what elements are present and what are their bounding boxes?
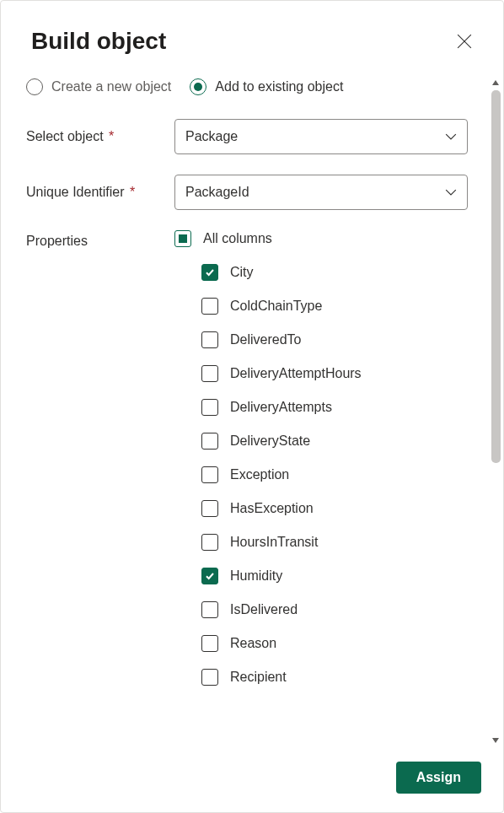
checkbox-row[interactable]: DeliveryState (201, 433, 468, 450)
checkbox-row[interactable]: DeliveryAttemptHours (201, 365, 468, 382)
checkbox-icon (201, 264, 218, 281)
checkbox-row[interactable]: IsDelivered (201, 601, 468, 618)
checkbox-icon (201, 534, 218, 551)
checkbox-row[interactable]: Reason (201, 635, 468, 652)
properties-list: All columns CityColdChainTypeDeliveredTo… (174, 230, 468, 703)
chevron-down-icon (445, 186, 457, 198)
checkbox-label: Exception (230, 467, 289, 482)
checkbox-label: IsDelivered (230, 602, 298, 617)
chevron-down-icon (445, 131, 457, 143)
mode-radio-group: Create a new object Add to existing obje… (26, 75, 468, 95)
select-object-row: Select object * Package (26, 119, 468, 154)
panel-body: Create a new object Add to existing obje… (1, 75, 503, 748)
checkbox-icon (201, 399, 218, 416)
triangle-down-icon (491, 736, 500, 745)
checkbox-icon (174, 230, 191, 247)
radio-icon (26, 78, 43, 95)
checkbox-label: Reason (230, 636, 276, 651)
panel-title: Build object (31, 28, 166, 55)
checkbox-row[interactable]: DeliveredTo (201, 331, 468, 348)
checkbox-icon (201, 466, 218, 483)
close-button[interactable] (453, 30, 476, 53)
svg-marker-2 (492, 80, 499, 85)
select-object-label: Select object * (26, 129, 174, 144)
checkbox-icon (201, 669, 218, 686)
scrollbar[interactable] (488, 75, 503, 748)
unique-identifier-row: Unique Identifier * PackageId (26, 175, 468, 210)
checkbox-row[interactable]: HasException (201, 500, 468, 517)
radio-icon (190, 78, 206, 95)
checkbox-row[interactable]: ColdChainType (201, 298, 468, 315)
radio-label: Add to existing object (215, 79, 343, 94)
checkbox-label: HasException (230, 501, 314, 516)
dropdown-value: PackageId (185, 185, 249, 200)
checkbox-icon (201, 568, 218, 584)
checkbox-label: DeliveryState (230, 433, 310, 449)
checkbox-row[interactable]: City (201, 264, 468, 281)
svg-marker-3 (492, 738, 499, 743)
select-object-dropdown[interactable]: Package (174, 119, 468, 154)
checkbox-label: Humidity (230, 568, 282, 584)
checkbox-label: DeliveredTo (230, 332, 301, 347)
scroll-thumb[interactable] (491, 90, 501, 463)
unique-identifier-label: Unique Identifier * (26, 185, 174, 200)
checkbox-icon (201, 365, 218, 382)
scroll-track[interactable] (488, 90, 503, 733)
scroll-down-button[interactable] (488, 733, 503, 748)
properties-label: Properties (26, 230, 174, 249)
radio-add-existing[interactable]: Add to existing object (190, 78, 343, 95)
checkbox-label: HoursInTransit (230, 535, 318, 550)
assign-button[interactable]: Assign (396, 762, 481, 794)
checkbox-icon (201, 331, 218, 348)
triangle-up-icon (491, 78, 500, 87)
checkbox-label: All columns (203, 231, 272, 246)
radio-label: Create a new object (51, 79, 171, 94)
checkbox-label: Recipient (230, 670, 287, 685)
panel-footer: Assign (1, 748, 503, 812)
checkbox-label: DeliveryAttempts (230, 400, 332, 415)
radio-create-new[interactable]: Create a new object (26, 78, 171, 95)
close-icon (457, 34, 472, 49)
panel-header: Build object (1, 1, 503, 75)
checkbox-row[interactable]: DeliveryAttempts (201, 399, 468, 416)
dropdown-value: Package (185, 129, 238, 144)
checkbox-icon (201, 635, 218, 652)
checkbox-icon (201, 601, 218, 618)
properties-section: Properties All columns CityColdChainType… (26, 230, 468, 703)
checkbox-row-all-columns[interactable]: All columns (174, 230, 468, 247)
build-object-panel: Build object Create a new object Add to … (0, 0, 504, 813)
checkbox-icon (201, 500, 218, 517)
required-asterisk: * (105, 129, 115, 143)
scroll-up-button[interactable] (488, 75, 503, 90)
properties-items: CityColdChainTypeDeliveredToDeliveryAtte… (174, 264, 468, 686)
checkbox-row[interactable]: Exception (201, 466, 468, 483)
checkbox-row[interactable]: HoursInTransit (201, 534, 468, 551)
required-asterisk: * (126, 185, 136, 199)
checkbox-label: DeliveryAttemptHours (230, 366, 362, 381)
scroll-area: Create a new object Add to existing obje… (1, 75, 488, 748)
checkbox-row[interactable]: Humidity (201, 568, 468, 584)
checkbox-icon (201, 298, 218, 315)
checkbox-icon (201, 433, 218, 450)
checkbox-label: City (230, 265, 254, 280)
checkbox-row[interactable]: Recipient (201, 669, 468, 686)
unique-identifier-dropdown[interactable]: PackageId (174, 175, 468, 210)
checkbox-label: ColdChainType (230, 299, 322, 314)
